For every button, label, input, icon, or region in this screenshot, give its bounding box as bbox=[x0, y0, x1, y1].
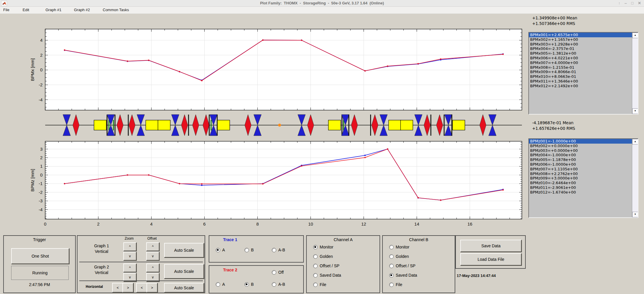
scroll-down-icon[interactable]: ▼ bbox=[632, 212, 638, 217]
x-tick-label: 2 bbox=[97, 221, 100, 226]
bpmz-list-item[interactable]: BPMz008=+2.2762e+00 bbox=[529, 172, 632, 176]
load-data-file-button[interactable]: Load Data File bbox=[460, 253, 522, 266]
lattice-sext-icon bbox=[181, 115, 188, 136]
radio-file[interactable]: File bbox=[389, 282, 402, 287]
radio-a-b[interactable]: A-B bbox=[272, 248, 285, 252]
bpmx-list-item[interactable]: BPMx005=-1.3812e+00 bbox=[529, 51, 632, 56]
window-controls: ↑‒□✕ bbox=[618, 1, 641, 6]
one-shot-button[interactable]: One Shot bbox=[11, 248, 69, 264]
lattice-marker-icon bbox=[348, 115, 349, 136]
radio-label: Saved Data bbox=[396, 273, 417, 278]
graph1-offset-up-button[interactable]: ^ bbox=[146, 242, 159, 251]
bpmz-list-item[interactable]: BPMz004=-1.0000e+00 bbox=[529, 153, 632, 157]
menu-edit[interactable]: Edit bbox=[23, 8, 29, 12]
graph2-zoom-up-button[interactable]: ^ bbox=[123, 263, 136, 272]
scroll-up-icon[interactable]: ▲ bbox=[632, 139, 638, 145]
scroll-up-icon[interactable]: ▲ bbox=[632, 33, 638, 38]
scroll-down-icon[interactable]: ▼ bbox=[632, 108, 638, 114]
radio-offset-sp[interactable]: Offset / SP bbox=[313, 263, 339, 268]
bpmx-list-item[interactable]: BPMx003=+1.2928e+00 bbox=[529, 42, 632, 47]
lattice-sext-icon bbox=[193, 115, 199, 136]
horizontal-zoom-right-button[interactable]: > bbox=[122, 283, 134, 293]
menu-file[interactable]: File bbox=[3, 8, 9, 12]
channel-a-title: Channel A bbox=[307, 237, 380, 242]
separator bbox=[79, 280, 203, 281]
radio-label: Monitor bbox=[320, 245, 333, 249]
radio-golden[interactable]: Golden bbox=[389, 254, 409, 259]
graph2-offset-up-button[interactable]: ^ bbox=[146, 263, 159, 272]
bpmx-list-item[interactable]: BPMx006=+4.0221e+00 bbox=[529, 56, 632, 61]
radio-b[interactable]: B bbox=[245, 248, 254, 252]
radio-saved-data[interactable]: Saved Data bbox=[313, 273, 341, 278]
bpmz-list-item[interactable]: BPMz002=+0.0000e+00 bbox=[529, 144, 632, 148]
bpmz-listbox[interactable]: BPMz001=-1.0000e+00BPMz002=+0.0000e+00BP… bbox=[528, 138, 638, 218]
horizontal-offset-right-button[interactable]: > bbox=[146, 283, 158, 293]
bpmz-list-item[interactable]: BPMz009=+3.0000e+00 bbox=[529, 176, 632, 181]
bpmx-list-item[interactable]: BPMx007=+4.0000e+00 bbox=[529, 61, 632, 65]
bpmz-list-item[interactable]: BPMz010=-2.6464e+00 bbox=[529, 181, 632, 185]
maximize-icon[interactable]: □ bbox=[631, 1, 633, 6]
radio-file[interactable]: File bbox=[313, 282, 326, 287]
bpmz-list-item[interactable]: BPMz005=-1.1878e+00 bbox=[529, 157, 632, 162]
radio-offset-sp[interactable]: Offset / SP bbox=[389, 263, 415, 268]
bpmx-list-item[interactable]: BPMx002=+1.1657e+00 bbox=[529, 37, 632, 42]
graph1-zoom-down-button[interactable]: v bbox=[123, 252, 136, 261]
bpmz-list-item[interactable]: BPMz007=+1.1105e+00 bbox=[529, 167, 632, 172]
radio-label: File bbox=[396, 282, 402, 287]
stay-on-top-icon[interactable]: ↑ bbox=[618, 1, 621, 6]
radio-a[interactable]: A bbox=[216, 248, 225, 252]
horizontal-zoom-left-button[interactable]: < bbox=[112, 283, 123, 293]
graph1-auto-scale-button[interactable]: Auto Scale bbox=[164, 243, 204, 258]
bpmx-scrollbar[interactable]: ▲ ▼ bbox=[632, 33, 638, 114]
menu-graph-1[interactable]: Graph #1 bbox=[45, 8, 61, 12]
radio-a[interactable]: A bbox=[216, 282, 225, 287]
radio-a-b[interactable]: A-B bbox=[272, 282, 285, 287]
horizontal-auto-scale-button[interactable]: Auto Scale bbox=[164, 283, 204, 293]
radio-saved-data[interactable]: Saved Data bbox=[389, 273, 417, 278]
bpmz-list-item[interactable]: BPMz011=-2.9061e+00 bbox=[529, 185, 632, 190]
graph1-label-line2: Vertical bbox=[89, 249, 114, 254]
graph1-zoom-up-button[interactable]: ^ bbox=[123, 242, 136, 251]
radio-monitor[interactable]: Monitor bbox=[389, 245, 409, 249]
save-data-button[interactable]: Save Data bbox=[460, 240, 522, 252]
bpmx-list-item[interactable]: BPMx012=+2.1492e+00 bbox=[529, 84, 632, 88]
menu-graph-2[interactable]: Graph #2 bbox=[74, 8, 90, 12]
close-icon[interactable]: ✕ bbox=[638, 1, 641, 6]
graph2-auto-scale-button[interactable]: Auto Scale bbox=[164, 264, 204, 279]
y-tick-label: -2 bbox=[39, 82, 43, 87]
bpmx-list-item[interactable]: BPMx008=-1.2155e-01 bbox=[529, 65, 632, 70]
bpmz-scrollbar[interactable]: ▲ ▼ bbox=[632, 139, 638, 217]
minimize-icon[interactable]: ‒ bbox=[625, 1, 627, 6]
radio-label: Off bbox=[278, 270, 284, 275]
radio-dot-icon bbox=[313, 245, 318, 249]
radio-golden[interactable]: Golden bbox=[313, 254, 333, 259]
bpmz-list-item[interactable]: BPMz012=-1.6740e+00 bbox=[529, 190, 632, 195]
bpmx-list-item[interactable]: BPMx004=-2.3757e-01 bbox=[529, 46, 632, 51]
radio-dot-icon bbox=[313, 264, 318, 268]
bpmx-list-item[interactable]: BPMx011=+1.3646e+00 bbox=[529, 79, 632, 84]
bpmz-list-item[interactable]: BPMz003=+0.0000e+00 bbox=[529, 148, 632, 153]
bpmx-list-item[interactable]: BPMx009=+4.8066e-01 bbox=[529, 70, 632, 74]
radio-monitor[interactable]: Monitor bbox=[313, 245, 333, 249]
bpmx-list-item[interactable]: BPMx010=+8.0663e-01 bbox=[529, 74, 632, 79]
x-tick-label: 4 bbox=[150, 221, 153, 226]
radio-dot-icon bbox=[272, 282, 276, 287]
trace1-title: Trace 1 bbox=[223, 237, 237, 242]
horizontal-offset-left-button[interactable]: < bbox=[136, 283, 147, 293]
lattice-marker-icon bbox=[430, 115, 431, 136]
bpmx-list-item[interactable]: BPMx001=+2.6575e+00 bbox=[529, 33, 632, 37]
y-tick-label: -3 bbox=[39, 198, 43, 203]
radio-dot-icon bbox=[389, 283, 394, 287]
radio-b[interactable]: B bbox=[245, 282, 254, 287]
lattice-marker-icon bbox=[370, 115, 371, 136]
x-tick-label: 14 bbox=[414, 221, 419, 226]
bpmz-list-item[interactable]: BPMz006=-1.0000e+00 bbox=[529, 162, 632, 167]
menu-common-tasks[interactable]: Common Tasks bbox=[103, 8, 129, 12]
graph1-offset-down-button[interactable]: v bbox=[146, 252, 159, 261]
radio-dot-icon bbox=[389, 264, 394, 268]
y-tick-label: -4 bbox=[39, 97, 43, 102]
lattice-bend-icon bbox=[401, 120, 413, 130]
bpmx-listbox[interactable]: BPMx001=+2.6575e+00BPMx002=+1.1657e+00BP… bbox=[528, 32, 638, 115]
bpmz-list-item[interactable]: BPMz001=-1.0000e+00 bbox=[529, 139, 632, 144]
radio-off[interactable]: Off bbox=[272, 270, 284, 275]
